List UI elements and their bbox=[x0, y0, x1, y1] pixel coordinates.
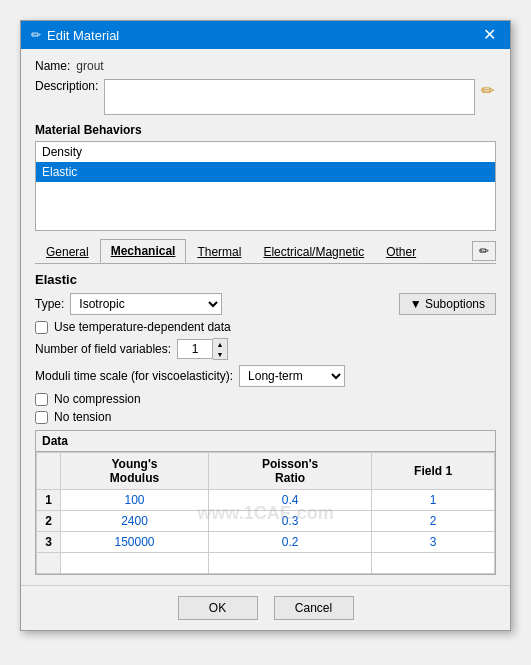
row-3-poissons[interactable]: 0.2 bbox=[208, 532, 371, 553]
close-button[interactable]: ✕ bbox=[479, 27, 500, 43]
spin-down-button[interactable]: ▼ bbox=[213, 349, 227, 359]
field-vars-row: Number of field variables: ▲ ▼ bbox=[35, 338, 496, 360]
no-compression-row: No compression bbox=[35, 392, 496, 406]
description-input[interactable] bbox=[104, 79, 475, 115]
moduli-label: Moduli time scale (for viscoelasticity): bbox=[35, 369, 233, 383]
row-3-youngs[interactable]: 150000 bbox=[61, 532, 209, 553]
row-1-num: 1 bbox=[37, 490, 61, 511]
field-vars-spinbox: ▲ ▼ bbox=[177, 338, 228, 360]
temp-dependent-checkbox[interactable] bbox=[35, 321, 48, 334]
title-bar-left: ✏ Edit Material bbox=[31, 28, 119, 43]
tab-thermal[interactable]: Thermal bbox=[186, 240, 252, 263]
no-tension-row: No tension bbox=[35, 410, 496, 424]
type-row: Type: Isotropic Orthotropic Anisotropic … bbox=[35, 293, 496, 315]
moduli-select[interactable]: Long-term Instantaneous bbox=[239, 365, 345, 387]
field-vars-label: Number of field variables: bbox=[35, 342, 171, 356]
row-4-num bbox=[37, 553, 61, 574]
tab-general[interactable]: General bbox=[35, 240, 100, 263]
description-label: Description: bbox=[35, 79, 98, 93]
row-2-youngs[interactable]: 2400 bbox=[61, 511, 209, 532]
col-header-field1: Field 1 bbox=[372, 453, 495, 490]
row-4-poissons[interactable] bbox=[208, 553, 371, 574]
tab-electrical-magnetic[interactable]: Electrical/Magnetic bbox=[252, 240, 375, 263]
tab-other[interactable]: Other bbox=[375, 240, 427, 263]
row-3-num: 3 bbox=[37, 532, 61, 553]
temp-dependent-label: Use temperature-dependent data bbox=[54, 320, 231, 334]
type-label: Type: bbox=[35, 297, 64, 311]
row-2-num: 2 bbox=[37, 511, 61, 532]
no-compression-label: No compression bbox=[54, 392, 141, 406]
no-tension-checkbox[interactable] bbox=[35, 411, 48, 424]
row-3-field1[interactable]: 3 bbox=[372, 532, 495, 553]
ok-button[interactable]: OK bbox=[178, 596, 258, 620]
no-compression-checkbox[interactable] bbox=[35, 393, 48, 406]
elastic-section-title: Elastic bbox=[35, 272, 496, 287]
dialog-icon: ✏ bbox=[31, 28, 41, 42]
tab-edit-button[interactable]: ✏ bbox=[472, 241, 496, 261]
data-table: Young'sModulus Poisson'sRatio Field 1 1 … bbox=[36, 452, 495, 574]
spin-buttons: ▲ ▼ bbox=[213, 338, 228, 360]
behavior-elastic[interactable]: Elastic bbox=[36, 162, 495, 182]
no-tension-label: No tension bbox=[54, 410, 111, 424]
col-header-num bbox=[37, 453, 61, 490]
name-value: grout bbox=[76, 59, 103, 73]
row-4-field1[interactable] bbox=[372, 553, 495, 574]
cancel-button[interactable]: Cancel bbox=[274, 596, 354, 620]
dialog-body: Name: grout Description: ✏ Material Beha… bbox=[21, 49, 510, 585]
table-row: 3 150000 0.2 3 bbox=[37, 532, 495, 553]
row-4-youngs[interactable] bbox=[61, 553, 209, 574]
field-vars-input[interactable] bbox=[177, 339, 213, 359]
tab-mechanical[interactable]: Mechanical bbox=[100, 239, 187, 263]
description-edit-button[interactable]: ✏ bbox=[479, 79, 496, 102]
table-row: 1 100 0.4 1 bbox=[37, 490, 495, 511]
tabs-row: General Mechanical Thermal Electrical/Ma… bbox=[35, 239, 496, 264]
material-behaviors-label: Material Behaviors bbox=[35, 123, 496, 137]
behavior-density[interactable]: Density bbox=[36, 142, 495, 162]
temp-dependent-row: Use temperature-dependent data bbox=[35, 320, 496, 334]
title-bar: ✏ Edit Material ✕ bbox=[21, 21, 510, 49]
moduli-row: Moduli time scale (for viscoelasticity):… bbox=[35, 365, 496, 387]
elastic-section: Elastic Type: Isotropic Orthotropic Anis… bbox=[35, 272, 496, 575]
table-row-empty bbox=[37, 553, 495, 574]
spin-up-button[interactable]: ▲ bbox=[213, 339, 227, 349]
name-row: Name: grout bbox=[35, 59, 496, 73]
col-header-youngs: Young'sModulus bbox=[61, 453, 209, 490]
table-row: 2 2400 0.3 2 bbox=[37, 511, 495, 532]
col-header-poissons: Poisson'sRatio bbox=[208, 453, 371, 490]
row-2-poissons[interactable]: 0.3 bbox=[208, 511, 371, 532]
type-select[interactable]: Isotropic Orthotropic Anisotropic Engine… bbox=[70, 293, 222, 315]
row-1-field1[interactable]: 1 bbox=[372, 490, 495, 511]
material-behaviors-box[interactable]: Density Elastic bbox=[35, 141, 496, 231]
row-1-poissons[interactable]: 0.4 bbox=[208, 490, 371, 511]
name-label: Name: bbox=[35, 59, 70, 73]
dialog-footer: OK Cancel bbox=[21, 585, 510, 630]
row-2-field1[interactable]: 2 bbox=[372, 511, 495, 532]
suboptions-button[interactable]: ▼ Suboptions bbox=[399, 293, 496, 315]
description-row: Description: ✏ bbox=[35, 79, 496, 115]
dialog-title: Edit Material bbox=[47, 28, 119, 43]
data-section: Data www.1CAE.com Young'sModulus Poisson… bbox=[35, 430, 496, 575]
data-area: www.1CAE.com Young'sModulus Poisson'sRat… bbox=[36, 452, 495, 574]
row-1-youngs[interactable]: 100 bbox=[61, 490, 209, 511]
data-section-title: Data bbox=[36, 431, 495, 452]
edit-material-dialog: ✏ Edit Material ✕ Name: grout Descriptio… bbox=[20, 20, 511, 631]
